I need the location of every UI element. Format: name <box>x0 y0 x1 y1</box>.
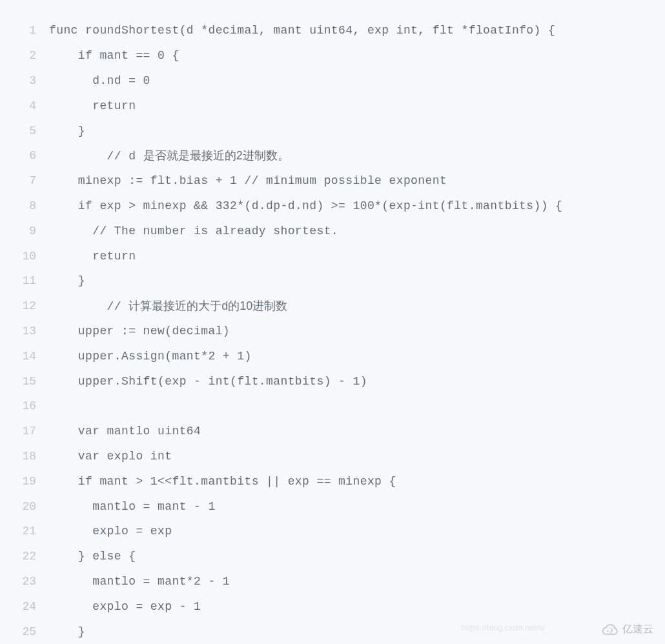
line-number: 3 <box>0 74 49 87</box>
line-number: 12 <box>0 299 49 312</box>
svg-point-0 <box>607 630 608 631</box>
code-line: 14 upper.Assign(mant*2 + 1) <box>0 343 665 368</box>
code-text: mantlo = mant - 1 <box>49 500 216 513</box>
code-line: 16 <box>0 394 665 419</box>
code-text: d.nd = 0 <box>49 74 150 87</box>
code-line: 20 mantlo = mant - 1 <box>0 494 665 519</box>
line-number: 11 <box>0 274 49 287</box>
line-number: 25 <box>0 625 49 638</box>
line-number: 2 <box>0 49 49 62</box>
code-text: var mantlo uint64 <box>49 425 201 438</box>
code-text: explo = exp - 1 <box>49 600 201 613</box>
code-line: 6 // d 是否就是最接近的2进制数。 <box>0 143 665 168</box>
line-number: 22 <box>0 550 49 563</box>
code-line: 15 upper.Shift(exp - int(flt.mantbits) -… <box>0 368 665 394</box>
code-line: 22 } else { <box>0 544 665 569</box>
code-text: // 计算最接近的大于d的10进制数 <box>49 298 287 314</box>
code-line: 19 if mant > 1<<flt.mantbits || exp == m… <box>0 468 665 494</box>
line-number: 8 <box>0 199 49 212</box>
watermark-brand: 亿速云 <box>622 623 653 636</box>
code-text: upper.Shift(exp - int(flt.mantbits) - 1) <box>49 375 367 388</box>
code-line: 23 mantlo = mant*2 - 1 <box>0 569 665 594</box>
line-number: 24 <box>0 600 49 613</box>
code-line: 24 explo = exp - 1 <box>0 594 665 619</box>
code-text: upper := new(decimal) <box>49 325 230 337</box>
code-line: 8 if exp > minexp && 332*(d.dp-d.nd) >= … <box>0 194 665 219</box>
code-text: if mant > 1<<flt.mantbits || exp == mine… <box>49 475 396 488</box>
code-line: 9 // The number is already shortest. <box>0 218 665 243</box>
code-line: 7 minexp := flt.bias + 1 // minimum poss… <box>0 168 665 194</box>
line-number: 6 <box>0 149 49 162</box>
line-number: 16 <box>0 399 49 412</box>
code-text: } <box>49 625 85 638</box>
code-line: 1func roundShortest(d *decimal, mant uin… <box>0 18 665 43</box>
line-number: 10 <box>0 250 49 263</box>
line-number: 1 <box>0 24 49 37</box>
line-number: 9 <box>0 225 49 237</box>
code-text: upper.Assign(mant*2 + 1) <box>49 350 252 363</box>
line-number: 7 <box>0 174 49 187</box>
code-line: 5 } <box>0 118 665 143</box>
code-block: 1func roundShortest(d *decimal, mant uin… <box>0 0 665 644</box>
code-text: return <box>49 250 136 263</box>
code-text: var explo int <box>49 450 172 463</box>
code-text: } <box>49 125 85 137</box>
watermark-url: https://blog.csdn.net/w <box>462 623 545 632</box>
code-text: // The number is already shortest. <box>49 225 338 237</box>
line-number: 5 <box>0 125 49 137</box>
cloud-icon <box>600 623 619 636</box>
line-number: 21 <box>0 525 49 538</box>
code-line: 10 return <box>0 243 665 268</box>
code-line: 17 var mantlo uint64 <box>0 419 665 444</box>
line-number: 18 <box>0 450 49 463</box>
line-number: 19 <box>0 475 49 488</box>
code-line: 21 explo = exp <box>0 519 665 544</box>
code-text: } <box>49 274 85 287</box>
line-number: 23 <box>0 575 49 588</box>
code-text: minexp := flt.bias + 1 // minimum possib… <box>49 174 447 187</box>
code-text: if mant == 0 { <box>49 49 179 62</box>
code-line: 18 var explo int <box>0 444 665 469</box>
line-number: 14 <box>0 350 49 363</box>
code-text: func roundShortest(d *decimal, mant uint… <box>49 24 555 37</box>
code-line: 11 } <box>0 268 665 294</box>
code-text: return <box>49 99 136 112</box>
watermark-logo: 亿速云 <box>600 623 653 636</box>
line-number: 20 <box>0 500 49 513</box>
line-number: 17 <box>0 425 49 438</box>
code-line: 13 upper := new(decimal) <box>0 319 665 344</box>
line-number: 15 <box>0 375 49 388</box>
code-text: mantlo = mant*2 - 1 <box>49 575 230 588</box>
line-number: 13 <box>0 325 49 337</box>
line-number: 4 <box>0 99 49 112</box>
code-text: } else { <box>49 550 136 563</box>
code-line: 2 if mant == 0 { <box>0 43 665 68</box>
code-line: 4 return <box>0 93 665 118</box>
code-text: explo = exp <box>49 525 172 538</box>
code-line: 3 d.nd = 0 <box>0 68 665 94</box>
code-line: 12 // 计算最接近的大于d的10进制数 <box>0 294 665 319</box>
code-text: // d 是否就是最接近的2进制数。 <box>49 148 289 163</box>
code-text: if exp > minexp && 332*(d.dp-d.nd) >= 10… <box>49 199 562 212</box>
code-line: 25 } <box>0 619 665 644</box>
